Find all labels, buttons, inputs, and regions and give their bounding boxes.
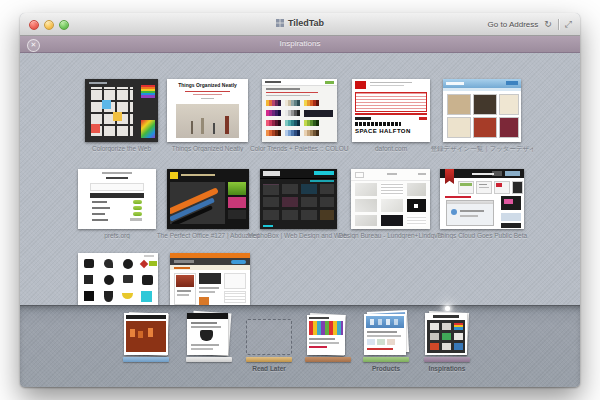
active-group-indicator (445, 306, 450, 311)
tiledtab-window: TiledTab Go to Address ↻ ⤢ ✕ Inspiration… (20, 13, 580, 387)
tab-caption: Color Trends + Palettes :: COLOURl... (250, 145, 349, 152)
thumbnail-preview (78, 169, 156, 229)
group-label: Inspirations (405, 365, 489, 372)
tab-group-products[interactable]: Products (358, 305, 414, 387)
read-later-drop-target[interactable]: Read Later (241, 305, 297, 387)
thumbnail-preview (78, 253, 158, 305)
tab-caption: Things Cloud Goes Public Beta (427, 232, 538, 239)
tab-thumbnail-things-organized[interactable]: Things Organized Neatly Things Organized… (167, 79, 248, 152)
title-bar[interactable]: TiledTab Go to Address ↻ ⤢ (20, 13, 580, 36)
thumbnail-preview: Things Organized Neatly (167, 79, 248, 142)
group-title: Inspirations (20, 39, 580, 48)
thumbnail-preview (440, 169, 524, 229)
tab-thumbnail-things-cloud[interactable]: Things Cloud Goes Public Beta (440, 169, 524, 239)
tab-group-inspirations[interactable]: Inspirations (419, 305, 475, 387)
tab-thumbnail-logo-collection[interactable] (78, 253, 158, 305)
group-header-bar: ✕ Inspirations (20, 36, 580, 53)
tab-thumbnail-prefs[interactable]: prefs.org (78, 169, 156, 239)
tab-caption: The Perfect Office #127 | Abduzeed (154, 232, 262, 239)
tab-thumbnail-colorgorize[interactable]: Colorgorize the Web (85, 79, 158, 152)
tab-thumbnail-perfect-office[interactable]: The Perfect Office #127 | Abduzeed (167, 169, 249, 239)
thumbnail-preview (167, 169, 249, 229)
group-dock: Read Later (20, 305, 580, 387)
fullscreen-icon[interactable]: ⤢ (565, 20, 572, 29)
thumbnail-preview: SPACE HALFTON (352, 79, 430, 142)
tab-thumbnail-colourlovers[interactable]: Color Trends + Palettes :: COLOURl... (262, 79, 337, 152)
thumbnail-preview (443, 79, 521, 142)
tab-thumbnail-orange-blog[interactable] (170, 253, 250, 305)
tab-caption: MephoBox | Web Design and Web In... (248, 232, 350, 239)
tab-thumbnail-design-bureau[interactable]: Design Bureau - Lundgren+Lindqvist (351, 169, 430, 239)
group-label: Read Later (227, 365, 311, 372)
thumbnail-preview (262, 79, 337, 142)
tab-grid: Colorgorize the Web Things Organized Nea… (20, 53, 580, 305)
tab-group-1[interactable] (118, 305, 174, 387)
refresh-icon[interactable]: ↻ (544, 20, 552, 29)
tab-group-2[interactable] (181, 305, 237, 387)
go-to-address-button[interactable]: Go to Address (488, 20, 539, 29)
thumbnail-preview (85, 79, 158, 142)
tab-thumbnail-footer-designs[interactable]: 登録デザイン一覧｜フッターデザイン... (443, 79, 521, 154)
tab-caption: Things Organized Neatly (154, 145, 261, 152)
titlebar-divider (558, 19, 559, 30)
tab-caption: 登録デザイン一覧｜フッターデザイン... (431, 145, 534, 154)
tab-group-3[interactable] (300, 305, 356, 387)
thumbnail-preview (170, 253, 250, 305)
thumbnail-preview (260, 169, 337, 229)
thumbnail-preview (351, 169, 430, 229)
tiledtab-app-icon (276, 19, 284, 29)
tab-thumbnail-dafont[interactable]: SPACE HALFTON dafont.com (352, 79, 430, 152)
tab-thumbnail-mephobox[interactable]: MephoBox | Web Design and Web In... (260, 169, 337, 239)
drop-zone-outline (246, 319, 292, 355)
tab-caption: dafont.com (340, 145, 443, 152)
